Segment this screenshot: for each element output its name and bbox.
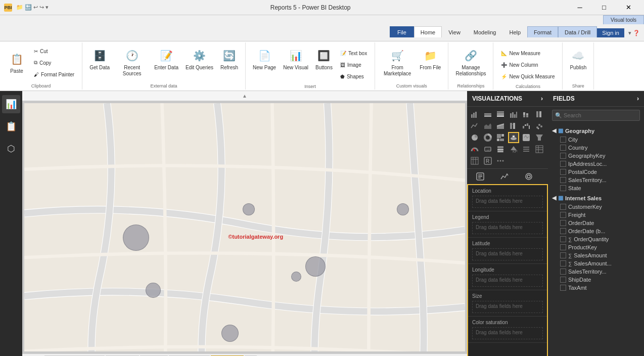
viz-filled-map[interactable] xyxy=(521,132,532,143)
tab-help[interactable]: Help xyxy=(502,26,527,37)
get-data-button[interactable]: 🗄️ Get Data xyxy=(86,46,113,73)
format-painter-button[interactable]: 🖌 Format Painter xyxy=(30,69,78,80)
minimize-button[interactable]: ─ xyxy=(568,0,591,15)
size-drop[interactable]: Drag data fields here xyxy=(472,301,543,313)
new-visual-button[interactable]: 📊 New Visual xyxy=(280,46,311,73)
ipaddress-checkbox[interactable] xyxy=(560,161,566,167)
orderquantity-checkbox[interactable] xyxy=(560,236,566,242)
viz-multirow-card[interactable] xyxy=(495,144,506,155)
viz-pie[interactable] xyxy=(469,132,480,143)
legend-drop[interactable]: Drag data fields here xyxy=(472,222,543,234)
viz-line[interactable] xyxy=(469,120,480,131)
report-view-button[interactable]: 📊 xyxy=(2,95,20,113)
field-salesamount[interactable]: ∑ SalesAmount xyxy=(548,251,644,259)
viz-waterfall[interactable] xyxy=(521,120,532,131)
color-saturation-drop[interactable]: Drag data fields here xyxy=(472,327,543,339)
viz-ribbon[interactable] xyxy=(508,120,519,131)
salesamount-checkbox[interactable] xyxy=(560,252,566,258)
manage-relationships-button[interactable]: 🔗 Manage Relationships xyxy=(452,46,489,79)
edit-queries-button[interactable]: ⚙️ Edit Queries xyxy=(182,46,216,73)
viz-r[interactable]: R xyxy=(482,155,493,166)
viz-bar-clustered[interactable] xyxy=(469,109,480,120)
recent-sources-button[interactable]: 🕐 Recent Sources xyxy=(114,46,150,79)
orderdate-checkbox[interactable] xyxy=(560,220,566,226)
viz-format-tab[interactable] xyxy=(469,171,491,182)
viz-card[interactable]: 123 xyxy=(482,144,493,155)
country-checkbox[interactable] xyxy=(560,145,566,151)
salesamount2-checkbox[interactable] xyxy=(560,260,566,266)
freight-checkbox[interactable] xyxy=(560,212,566,218)
viz-panel-expand[interactable]: › xyxy=(541,95,543,102)
model-view-button[interactable]: ⬡ xyxy=(2,140,20,158)
buttons-button[interactable]: 🔲 Buttons xyxy=(312,46,336,73)
viz-area[interactable] xyxy=(482,120,493,131)
field-orderdate[interactable]: OrderDate xyxy=(548,219,644,227)
copy-button[interactable]: ⧉ Copy xyxy=(30,57,78,68)
viz-analytics-tab[interactable] xyxy=(493,171,516,182)
longitude-drop[interactable]: Drag data fields here xyxy=(472,275,543,287)
city-checkbox[interactable] xyxy=(560,137,566,143)
fields-panel-expand[interactable]: › xyxy=(637,95,639,102)
field-productkey[interactable]: ProductKey xyxy=(548,243,644,251)
location-drop[interactable]: Drag data fields here xyxy=(472,196,543,208)
visual-tools-tab[interactable]: Visual tools xyxy=(603,15,644,24)
field-customerkey[interactable]: CustomerKey xyxy=(548,203,644,211)
maximize-button[interactable]: □ xyxy=(592,0,616,15)
close-button[interactable]: ✕ xyxy=(617,0,640,15)
field-country[interactable]: Country xyxy=(548,144,644,152)
canvas[interactable]: ©tutorialgateway.org xyxy=(24,103,465,351)
field-orderdate-b[interactable]: OrderDate (b... xyxy=(548,227,644,235)
state-checkbox[interactable] xyxy=(560,185,566,191)
data-view-button[interactable]: 📋 xyxy=(2,117,20,136)
new-page-button[interactable]: 📄 New Page xyxy=(250,46,279,73)
latitude-drop[interactable]: Drag data fields here xyxy=(472,248,543,260)
new-column-button[interactable]: ➕ New Column xyxy=(497,59,558,70)
shapes-button[interactable]: ⬟ Shapes xyxy=(337,71,371,82)
sign-in-button[interactable]: Sign in xyxy=(597,28,624,37)
field-orderquantity[interactable]: ∑ OrderQuantity xyxy=(548,235,644,243)
from-file-button[interactable]: 📁 From File xyxy=(417,46,444,73)
field-shipdate[interactable]: ShipDate xyxy=(548,276,644,284)
textbox-button[interactable]: 📝 Text box xyxy=(337,48,371,59)
field-postalcode[interactable]: PostalCode xyxy=(548,168,644,176)
viz-bar-stacked[interactable] xyxy=(482,109,493,120)
salesterritory-geo-checkbox[interactable] xyxy=(560,177,566,183)
viz-col-100[interactable] xyxy=(534,109,545,120)
shipdate-checkbox[interactable] xyxy=(560,277,566,283)
viz-scatter[interactable] xyxy=(534,120,545,131)
image-button[interactable]: 🖼 Image xyxy=(337,59,371,70)
viz-slicer[interactable] xyxy=(521,144,532,155)
viz-funnel[interactable] xyxy=(534,132,545,143)
field-city[interactable]: City xyxy=(548,136,644,144)
tab-modeling[interactable]: Modeling xyxy=(467,26,503,37)
field-freight[interactable]: Freight xyxy=(548,211,644,219)
viz-more[interactable] xyxy=(495,155,506,166)
new-measure-button[interactable]: 📐 New Measure xyxy=(497,48,558,59)
refresh-button[interactable]: 🔄 Refresh xyxy=(217,46,241,73)
tab-datadrill[interactable]: Data / Drill xyxy=(558,26,597,37)
field-ipaddress[interactable]: IpAddressLoc... xyxy=(548,160,644,168)
viz-table[interactable] xyxy=(534,144,545,155)
viz-map[interactable] xyxy=(508,132,519,143)
viz-stacked-area[interactable] xyxy=(495,120,506,131)
tab-home[interactable]: Home xyxy=(414,26,442,37)
publish-button[interactable]: ☁️ Publish xyxy=(567,46,589,73)
viz-matrix[interactable] xyxy=(469,155,480,166)
from-marketplace-button[interactable]: 🛒 From Marketplace xyxy=(379,46,416,79)
viz-drill-tab[interactable] xyxy=(518,171,540,182)
tab-format[interactable]: Format xyxy=(527,26,558,37)
new-quick-measure-button[interactable]: ⚡ New Quick Measure xyxy=(497,71,558,82)
field-geographykey[interactable]: GeographyKey xyxy=(548,152,644,160)
internet-sales-group-header[interactable]: ◀ ▦ Internet Sales xyxy=(548,193,644,203)
viz-gauge[interactable] xyxy=(469,144,480,155)
field-salesterritory-geo[interactable]: SalesTerritory... xyxy=(548,176,644,184)
viz-treemap[interactable] xyxy=(495,132,506,143)
field-state[interactable]: State xyxy=(548,184,644,192)
cut-button[interactable]: ✂ Cut xyxy=(30,46,78,57)
taxamt-checkbox[interactable] xyxy=(560,285,566,291)
salesterritory-checkbox[interactable] xyxy=(560,269,566,275)
viz-col-stacked[interactable] xyxy=(521,109,532,120)
customerkey-checkbox[interactable] xyxy=(560,204,566,210)
viz-col-clustered[interactable] xyxy=(508,109,519,120)
viz-donut[interactable] xyxy=(482,132,493,143)
